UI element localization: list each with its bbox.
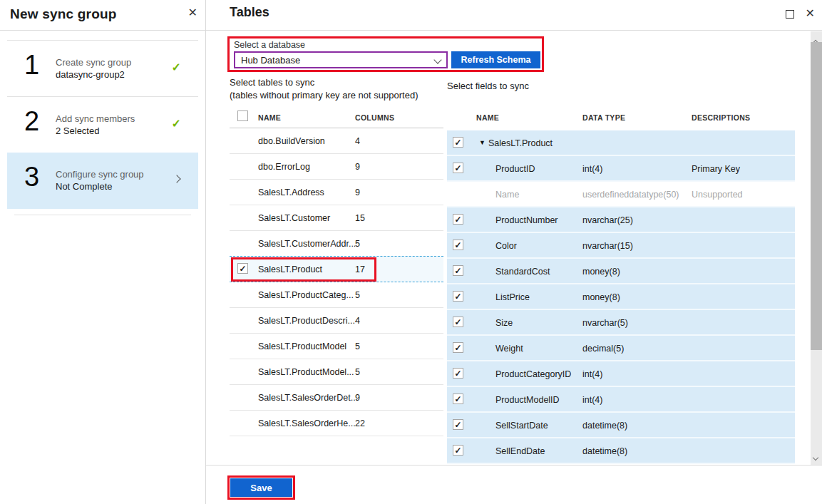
triangle-down-icon[interactable]: ▼: [479, 139, 486, 146]
field-row[interactable]: ✓Sizenvarchar(5): [447, 310, 795, 336]
table-row[interactable]: SalesLT.ProductModel...5: [230, 359, 443, 385]
field-row[interactable]: ✓SellStartDatedatetime(8): [447, 413, 795, 438]
checkbox-checked[interactable]: ✓: [453, 291, 463, 302]
column-header-name: NAME: [258, 113, 281, 122]
step-create-sync-group[interactable]: 1 Create sync group datasync-group2 ✓: [7, 40, 198, 96]
checkbox-checked[interactable]: ✓: [453, 368, 463, 379]
field-row[interactable]: ✓ProductModelIDint(4): [447, 387, 795, 413]
chevron-right-icon: [173, 175, 180, 182]
divider: [206, 465, 822, 466]
table-row[interactable]: SalesLT.ProductDescri...4: [230, 308, 443, 334]
field-description: Unsupported: [692, 190, 743, 200]
panel-title: New sync group: [10, 6, 117, 22]
checkbox-checked[interactable]: ✓: [453, 394, 463, 404]
tables-table-header: NAME COLUMNS: [230, 107, 443, 128]
table-column-count: 5: [355, 239, 360, 249]
table-column-count: 4: [355, 136, 360, 146]
field-data-type: int(4): [582, 395, 602, 405]
field-row[interactable]: ✓SellEndDatedatetime(8): [447, 438, 795, 464]
scrollbar-thumb[interactable]: [811, 42, 822, 350]
vertical-scrollbar[interactable]: [811, 31, 822, 465]
field-row[interactable]: ✓Colornvarchar(15): [447, 233, 795, 259]
field-data-type: money(8): [582, 292, 620, 302]
checkbox-checked[interactable]: ✓: [237, 263, 248, 274]
field-row[interactable]: ✓ProductNumbernvarchar(25): [447, 207, 795, 233]
column-header-data-type: DATA TYPE: [582, 113, 625, 122]
field-name: Name: [495, 190, 519, 200]
table-column-count: 5: [355, 341, 360, 351]
field-data-type: nvarchar(5): [582, 318, 628, 328]
tables-panel-header: Tables ✕: [206, 0, 822, 31]
save-button[interactable]: Save: [230, 478, 292, 497]
table-name: SalesLT.Address: [258, 187, 324, 197]
step-label: Configure sync group: [56, 168, 144, 180]
divider: [14, 215, 191, 215]
column-header-columns: COLUMNS: [355, 113, 394, 122]
select-all-checkbox[interactable]: [237, 110, 248, 121]
table-row[interactable]: dbo.BuildVersion4: [230, 128, 443, 154]
field-name: ProductID: [495, 164, 535, 174]
database-select-value: Hub Database: [241, 55, 300, 66]
maximize-icon[interactable]: [786, 10, 794, 19]
table-row[interactable]: ✓SalesLT.Product17: [230, 256, 443, 282]
table-name: SalesLT.ProductCateg...: [258, 290, 354, 300]
table-name: SalesLT.Product: [258, 264, 322, 274]
checkbox-checked[interactable]: ✓: [453, 214, 463, 225]
field-data-type: nvarchar(15): [582, 241, 633, 251]
step-number: 3: [24, 162, 39, 192]
field-name: ProductCategoryID: [495, 369, 571, 379]
table-row[interactable]: SalesLT.ProductModel5: [230, 334, 443, 359]
column-header-name: NAME: [476, 113, 499, 122]
checkbox-checked[interactable]: ✓: [453, 265, 463, 276]
step-add-sync-members[interactable]: 2 Add sync members 2 Selected ✓: [7, 96, 198, 153]
table-name: SalesLT.ProductModel...: [258, 367, 354, 377]
checkbox-checked[interactable]: ✓: [453, 419, 463, 430]
checkbox-checked[interactable]: ✓: [453, 317, 463, 327]
field-data-type: userdefineddatatype(50): [582, 190, 679, 200]
check-icon: ✓: [172, 117, 181, 130]
table-row[interactable]: SalesLT.Customer15: [230, 205, 443, 231]
database-select[interactable]: Hub Database: [234, 51, 448, 68]
field-row[interactable]: ✓ProductCategoryIDint(4): [447, 361, 795, 387]
checkbox-checked[interactable]: ✓: [453, 342, 463, 353]
field-row[interactable]: ✓Weightdecimal(5): [447, 336, 795, 361]
step-label: Create sync group: [56, 56, 131, 68]
field-row[interactable]: Nameuserdefineddatatype(50)Unsupported: [447, 182, 795, 207]
checkbox-checked[interactable]: ✓: [453, 137, 463, 148]
fields-table-header: NAME DATA TYPE DESCRIPTIONS: [447, 107, 795, 130]
table-row[interactable]: SalesLT.Address9: [230, 180, 443, 205]
scroll-down-icon[interactable]: [813, 450, 818, 463]
field-row[interactable]: ✓StandardCostmoney(8): [447, 259, 795, 284]
field-name: ProductNumber: [495, 215, 558, 225]
table-row[interactable]: SalesLT.SalesOrderHe...22: [230, 411, 443, 436]
field-data-type: nvarchar(25): [582, 215, 633, 225]
tables-rows: dbo.BuildVersion4dbo.ErrorLog9SalesLT.Ad…: [230, 128, 443, 436]
column-header-descriptions: DESCRIPTIONS: [692, 113, 750, 122]
tables-to-sync-table: NAME COLUMNS dbo.BuildVersion4dbo.ErrorL…: [230, 107, 443, 436]
step-value: datasync-group2: [56, 68, 131, 81]
field-name: SalesLT.Product: [488, 138, 553, 148]
select-tables-title: Select tables to sync (tables without pr…: [230, 76, 418, 102]
field-row[interactable]: ✓ListPricemoney(8): [447, 284, 795, 310]
step-configure-sync-group[interactable]: 3 Configure sync group Not Complete: [7, 153, 198, 209]
field-name: ListPrice: [495, 292, 530, 302]
table-row[interactable]: SalesLT.CustomerAddr...5: [230, 231, 443, 257]
field-name: StandardCost: [495, 267, 550, 277]
field-row[interactable]: ✓ProductIDint(4)Primary Key: [447, 156, 795, 182]
checkbox-checked[interactable]: ✓: [453, 163, 463, 173]
checkbox-checked[interactable]: ✓: [453, 240, 463, 250]
close-icon[interactable]: ✕: [188, 7, 197, 19]
field-name: Color: [495, 241, 517, 251]
table-row[interactable]: SalesLT.ProductCateg...5: [230, 282, 443, 308]
field-name: SellStartDate: [495, 421, 548, 431]
table-row[interactable]: dbo.ErrorLog9: [230, 154, 443, 180]
field-row[interactable]: ✓▼SalesLT.Product: [447, 130, 795, 156]
checkbox-checked[interactable]: ✓: [453, 445, 463, 456]
panel-header: New sync group ✕: [0, 0, 205, 31]
table-column-count: 9: [355, 162, 360, 172]
refresh-schema-button[interactable]: Refresh Schema: [451, 51, 540, 68]
step-label: Add sync members: [56, 113, 135, 125]
table-row[interactable]: SalesLT.SalesOrderDet...9: [230, 385, 443, 411]
table-column-count: 15: [355, 213, 365, 223]
close-icon[interactable]: ✕: [806, 8, 815, 19]
